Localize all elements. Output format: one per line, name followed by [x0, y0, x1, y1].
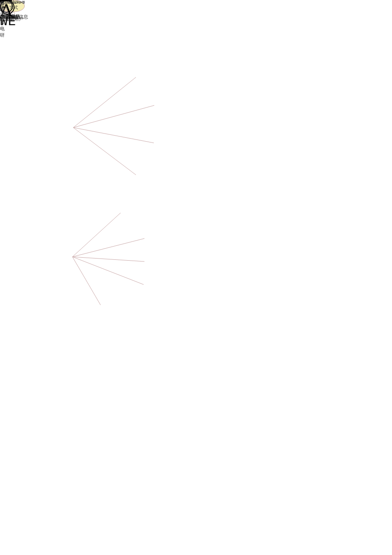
svg-line-10 — [72, 238, 144, 257]
svg-line-13 — [72, 257, 101, 305]
svg-line-9 — [72, 213, 121, 257]
svg-line-12 — [72, 257, 144, 285]
note-text: 修改个人电研 — [0, 0, 5, 38]
